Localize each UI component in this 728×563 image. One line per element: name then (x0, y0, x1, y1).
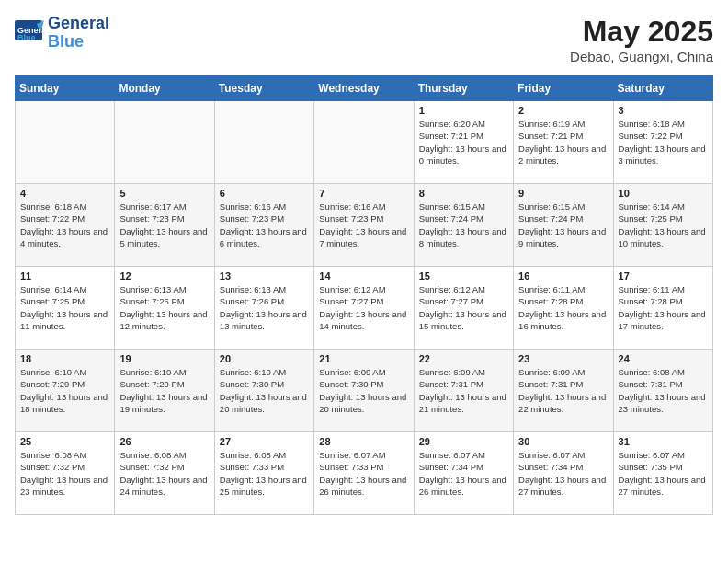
calendar-day-cell: 6Sunrise: 6:16 AM Sunset: 7:23 PM Daylig… (214, 184, 313, 267)
calendar-day-cell: 13Sunrise: 6:13 AM Sunset: 7:26 PM Dayli… (214, 267, 313, 350)
calendar-day-cell: 7Sunrise: 6:16 AM Sunset: 7:23 PM Daylig… (314, 184, 414, 267)
calendar-day-cell: 19Sunrise: 6:10 AM Sunset: 7:29 PM Dayli… (115, 350, 214, 432)
day-number: 23 (518, 353, 608, 364)
day-number: 29 (419, 436, 508, 447)
calendar-week-row: 11Sunrise: 6:14 AM Sunset: 7:25 PM Dayli… (16, 267, 713, 350)
day-info: Sunrise: 6:14 AM Sunset: 7:25 PM Dayligh… (20, 283, 109, 332)
day-number: 8 (419, 188, 508, 199)
logo-icon: General Blue (15, 20, 44, 46)
day-number: 20 (220, 353, 309, 364)
calendar-day-cell (314, 101, 414, 184)
calendar-day-cell: 26Sunrise: 6:08 AM Sunset: 7:32 PM Dayli… (115, 432, 214, 515)
day-number: 31 (619, 436, 708, 447)
day-number: 17 (619, 270, 708, 282)
page-header: General Blue GeneralBlue May 2025 Debao,… (15, 15, 713, 64)
day-info: Sunrise: 6:10 AM Sunset: 7:30 PM Dayligh… (220, 366, 309, 415)
calendar-day-header: Saturday (613, 76, 712, 101)
day-number: 27 (220, 436, 309, 447)
calendar-day-header: Friday (514, 76, 613, 101)
day-info: Sunrise: 6:07 AM Sunset: 7:33 PM Dayligh… (319, 449, 408, 498)
calendar-day-cell: 8Sunrise: 6:15 AM Sunset: 7:24 PM Daylig… (414, 184, 513, 267)
day-number: 2 (518, 105, 608, 116)
day-info: Sunrise: 6:13 AM Sunset: 7:26 PM Dayligh… (119, 283, 209, 332)
day-number: 26 (119, 436, 209, 447)
calendar-table: SundayMondayTuesdayWednesdayThursdayFrid… (15, 75, 713, 515)
day-number: 18 (20, 353, 109, 364)
calendar-week-row: 1Sunrise: 6:20 AM Sunset: 7:21 PM Daylig… (16, 101, 713, 184)
day-info: Sunrise: 6:08 AM Sunset: 7:33 PM Dayligh… (220, 449, 309, 498)
day-number: 11 (20, 270, 109, 282)
day-info: Sunrise: 6:20 AM Sunset: 7:21 PM Dayligh… (419, 118, 508, 167)
calendar-day-cell: 2Sunrise: 6:19 AM Sunset: 7:21 PM Daylig… (514, 101, 613, 184)
calendar-week-row: 25Sunrise: 6:08 AM Sunset: 7:32 PM Dayli… (16, 432, 713, 515)
day-info: Sunrise: 6:11 AM Sunset: 7:28 PM Dayligh… (619, 283, 708, 332)
day-info: Sunrise: 6:07 AM Sunset: 7:34 PM Dayligh… (518, 449, 608, 498)
day-number: 3 (619, 105, 708, 116)
calendar-day-cell: 27Sunrise: 6:08 AM Sunset: 7:33 PM Dayli… (214, 432, 313, 515)
day-number: 14 (319, 270, 408, 282)
day-number: 7 (319, 188, 408, 199)
calendar-day-cell (115, 101, 214, 184)
calendar-week-row: 4Sunrise: 6:18 AM Sunset: 7:22 PM Daylig… (16, 184, 713, 267)
day-info: Sunrise: 6:16 AM Sunset: 7:23 PM Dayligh… (319, 201, 408, 249)
calendar-day-cell: 3Sunrise: 6:18 AM Sunset: 7:22 PM Daylig… (613, 101, 712, 184)
calendar-day-cell: 16Sunrise: 6:11 AM Sunset: 7:28 PM Dayli… (514, 267, 613, 350)
calendar-week-row: 18Sunrise: 6:10 AM Sunset: 7:29 PM Dayli… (16, 350, 713, 432)
day-info: Sunrise: 6:12 AM Sunset: 7:27 PM Dayligh… (319, 283, 408, 332)
day-info: Sunrise: 6:09 AM Sunset: 7:31 PM Dayligh… (518, 366, 608, 415)
day-number: 5 (119, 188, 209, 199)
calendar-day-cell: 21Sunrise: 6:09 AM Sunset: 7:30 PM Dayli… (314, 350, 414, 432)
day-number: 25 (20, 436, 109, 447)
location: Debao, Guangxi, China (570, 49, 713, 64)
calendar-day-header: Sunday (16, 76, 115, 101)
day-number: 4 (20, 188, 109, 199)
day-info: Sunrise: 6:07 AM Sunset: 7:35 PM Dayligh… (619, 449, 708, 498)
day-number: 24 (619, 353, 708, 364)
day-info: Sunrise: 6:14 AM Sunset: 7:25 PM Dayligh… (619, 201, 708, 249)
day-number: 22 (419, 353, 508, 364)
logo: General Blue GeneralBlue (15, 15, 109, 52)
calendar-day-cell: 12Sunrise: 6:13 AM Sunset: 7:26 PM Dayli… (115, 267, 214, 350)
calendar-day-cell: 10Sunrise: 6:14 AM Sunset: 7:25 PM Dayli… (613, 184, 712, 267)
day-number: 9 (518, 188, 608, 199)
calendar-day-cell: 17Sunrise: 6:11 AM Sunset: 7:28 PM Dayli… (613, 267, 712, 350)
calendar-day-cell: 28Sunrise: 6:07 AM Sunset: 7:33 PM Dayli… (314, 432, 414, 515)
day-info: Sunrise: 6:17 AM Sunset: 7:23 PM Dayligh… (119, 201, 209, 249)
logo-text: GeneralBlue (48, 15, 109, 52)
day-number: 21 (319, 353, 408, 364)
calendar-day-header: Monday (115, 76, 214, 101)
day-info: Sunrise: 6:18 AM Sunset: 7:22 PM Dayligh… (619, 118, 708, 167)
day-info: Sunrise: 6:09 AM Sunset: 7:31 PM Dayligh… (419, 366, 508, 415)
svg-text:Blue: Blue (17, 33, 36, 42)
calendar-header-row: SundayMondayTuesdayWednesdayThursdayFrid… (16, 76, 713, 101)
calendar-day-cell: 15Sunrise: 6:12 AM Sunset: 7:27 PM Dayli… (414, 267, 513, 350)
calendar-day-header: Thursday (414, 76, 513, 101)
day-number: 16 (518, 270, 608, 282)
calendar-day-cell: 25Sunrise: 6:08 AM Sunset: 7:32 PM Dayli… (16, 432, 115, 515)
day-info: Sunrise: 6:08 AM Sunset: 7:32 PM Dayligh… (20, 449, 109, 498)
day-info: Sunrise: 6:08 AM Sunset: 7:32 PM Dayligh… (119, 449, 209, 498)
month-year: May 2025 (570, 15, 713, 49)
calendar-day-cell: 30Sunrise: 6:07 AM Sunset: 7:34 PM Dayli… (514, 432, 613, 515)
calendar-day-cell: 5Sunrise: 6:17 AM Sunset: 7:23 PM Daylig… (115, 184, 214, 267)
day-info: Sunrise: 6:16 AM Sunset: 7:23 PM Dayligh… (220, 201, 309, 249)
calendar-day-cell: 18Sunrise: 6:10 AM Sunset: 7:29 PM Dayli… (16, 350, 115, 432)
calendar-day-cell: 29Sunrise: 6:07 AM Sunset: 7:34 PM Dayli… (414, 432, 513, 515)
day-info: Sunrise: 6:10 AM Sunset: 7:29 PM Dayligh… (119, 366, 209, 415)
day-info: Sunrise: 6:09 AM Sunset: 7:30 PM Dayligh… (319, 366, 408, 415)
day-info: Sunrise: 6:11 AM Sunset: 7:28 PM Dayligh… (518, 283, 608, 332)
calendar-day-cell: 20Sunrise: 6:10 AM Sunset: 7:30 PM Dayli… (214, 350, 313, 432)
calendar-day-cell: 4Sunrise: 6:18 AM Sunset: 7:22 PM Daylig… (16, 184, 115, 267)
calendar-day-cell: 24Sunrise: 6:08 AM Sunset: 7:31 PM Dayli… (613, 350, 712, 432)
day-number: 12 (119, 270, 209, 282)
calendar-day-cell: 23Sunrise: 6:09 AM Sunset: 7:31 PM Dayli… (514, 350, 613, 432)
calendar-day-cell: 1Sunrise: 6:20 AM Sunset: 7:21 PM Daylig… (414, 101, 513, 184)
day-number: 10 (619, 188, 708, 199)
title-block: May 2025 Debao, Guangxi, China (570, 15, 713, 64)
calendar-day-cell: 22Sunrise: 6:09 AM Sunset: 7:31 PM Dayli… (414, 350, 513, 432)
day-number: 19 (119, 353, 209, 364)
day-number: 6 (220, 188, 309, 199)
calendar-day-cell (214, 101, 313, 184)
calendar-day-cell (16, 101, 115, 184)
day-number: 15 (419, 270, 508, 282)
